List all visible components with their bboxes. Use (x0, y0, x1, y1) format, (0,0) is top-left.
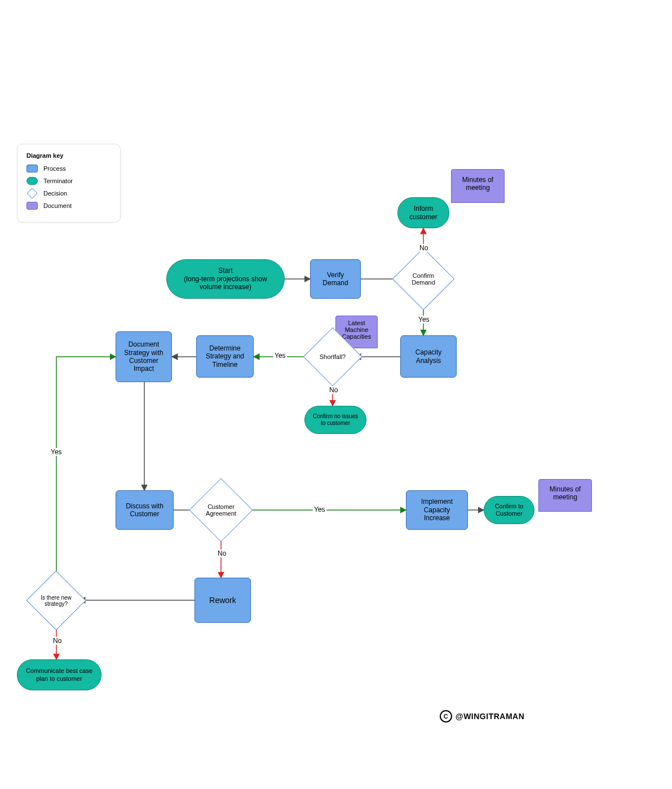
node-text: Discuss with Customer (126, 502, 163, 518)
node-text: Verify Demand (322, 271, 348, 287)
communicate-best-case-terminator: Communicate best case plan to customer (17, 659, 101, 690)
start-terminator: Start (long-term projections show volume… (166, 259, 285, 299)
node-text: Start (long-term projections show volume… (184, 267, 267, 291)
watermark-text: @WINGITRAMAN (456, 712, 524, 721)
process-swatch (26, 165, 38, 172)
confirm-no-issues-terminator: Confirm no issues to customer (304, 406, 366, 434)
decision-swatch (26, 188, 38, 199)
determine-strategy-process: Determine Strategy and Timeline (196, 335, 254, 378)
edge-label-no: No (328, 386, 339, 394)
legend-item-process: Process (26, 165, 111, 172)
copyright-icon: C (440, 710, 452, 722)
legend-item-decision: Decision (26, 189, 111, 197)
node-text: Customer Agreement (198, 487, 244, 533)
edge-label-yes: Yes (313, 506, 326, 513)
node-text: Confirm no issues to customer (313, 413, 358, 427)
edge-label-no: No (52, 637, 63, 645)
node-text: Implement Capacity Increase (421, 498, 453, 522)
confirm-demand-decision: Confirm Demand (401, 257, 445, 301)
watermark: C @WINGITRAMAN (440, 710, 524, 722)
node-text: Confirm Demand (401, 257, 445, 301)
edge-label-yes: Yes (50, 448, 63, 456)
node-text: Minutes of meeting (462, 176, 493, 192)
edge-label-yes: Yes (273, 352, 287, 360)
node-text: Rework (209, 596, 236, 605)
legend-label: Document (43, 202, 72, 209)
node-text: Shortfall? (312, 336, 353, 378)
edge-label-no: No (216, 549, 227, 557)
inform-customer-terminator: Inform customer (397, 197, 449, 228)
legend: Diagram key Process Terminator Decision … (17, 144, 121, 223)
legend-label: Process (43, 165, 66, 172)
minutes-of-meeting-doc-1: Minutes of meeting (451, 169, 505, 203)
shortfall-decision: Shortfall? (312, 336, 353, 378)
legend-label: Terminator (43, 178, 73, 184)
node-text: Is there new strategy? (35, 579, 77, 622)
new-strategy-decision: Is there new strategy? (35, 579, 77, 622)
node-text: Communicate best case plan to customer (26, 667, 92, 682)
legend-item-terminator: Terminator (26, 177, 111, 185)
node-text: Document Strategy with Customer Impact (124, 340, 163, 373)
legend-item-document: Document (26, 202, 111, 210)
edge-label-no: No (418, 244, 429, 252)
edge-label-yes: Yes (417, 316, 431, 323)
node-text: Determine Strategy and Timeline (206, 344, 244, 369)
node-text: Capacity Analysis (415, 348, 442, 365)
terminator-swatch (26, 177, 38, 185)
minutes-of-meeting-doc-2: Minutes of meeting (538, 479, 592, 512)
capacity-analysis-process: Capacity Analysis (400, 335, 457, 378)
node-text: Confirm to Customer (495, 503, 524, 517)
document-strategy-process: Document Strategy with Customer Impact (116, 331, 172, 382)
implement-capacity-process: Implement Capacity Increase (406, 490, 468, 530)
legend-label: Decision (43, 190, 67, 197)
discuss-customer-process: Discuss with Customer (116, 490, 174, 530)
legend-title: Diagram key (26, 152, 111, 159)
node-text: Minutes of meeting (550, 485, 581, 501)
node-text: Inform customer (409, 205, 437, 221)
verify-demand-process: Verify Demand (310, 259, 361, 299)
flowchart-canvas: Diagram key Process Terminator Decision … (0, 0, 672, 789)
rework-process: Rework (194, 578, 251, 623)
customer-agreement-decision: Customer Agreement (198, 487, 244, 533)
confirm-to-customer-terminator: Confirm to Customer (484, 496, 534, 524)
document-swatch (26, 202, 38, 210)
